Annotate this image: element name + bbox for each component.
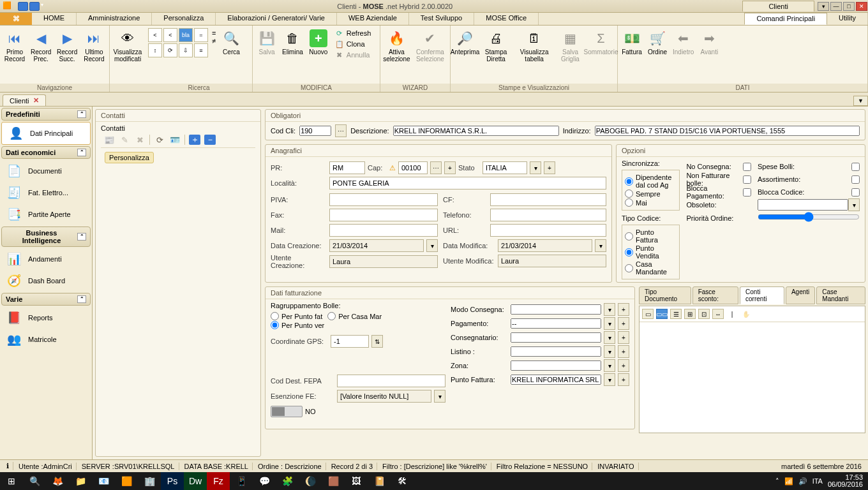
datacrea-input[interactable]: [329, 239, 424, 252]
acc-bi[interactable]: Business Intelligence⌃: [1, 226, 91, 247]
codcli-input[interactable]: [299, 126, 331, 136]
acc-dati-economici[interactable]: Dati economici⌃: [1, 146, 91, 159]
contatti-new-icon[interactable]: 📰: [103, 135, 115, 145]
rag-r1-radio[interactable]: [271, 312, 279, 320]
gps-spin[interactable]: ⇅: [371, 335, 383, 348]
sidebar-dati-principali[interactable]: 👤Dati Principali: [1, 122, 91, 145]
pagamento-input[interactable]: [511, 318, 601, 329]
datacrea-drop[interactable]: ▾: [426, 239, 438, 252]
minimize-alt-button[interactable]: ▾: [818, 2, 829, 11]
rag-r2-radio[interactable]: [327, 312, 336, 320]
pf-add[interactable]: +: [618, 373, 629, 386]
fax-input[interactable]: [329, 209, 438, 221]
contatti-del-icon[interactable]: ✖: [134, 135, 146, 145]
dw-icon[interactable]: Dw: [184, 472, 207, 490]
url-input[interactable]: [490, 224, 606, 237]
refresh-button[interactable]: ⟳Refresh: [333, 28, 374, 38]
app7-icon[interactable]: 📔: [368, 472, 391, 490]
piva-input[interactable]: [329, 193, 438, 206]
app5-icon[interactable]: 🟫: [322, 472, 345, 490]
sinc-sempre-radio[interactable]: [625, 189, 633, 198]
menu-amministrazione[interactable]: Amministrazione: [77, 13, 152, 25]
priorita-slider[interactable]: [758, 212, 860, 222]
listino-input[interactable]: [511, 346, 601, 357]
pr-input[interactable]: [329, 161, 365, 174]
app1-icon[interactable]: 🟧: [115, 472, 138, 490]
stato-drop[interactable]: ▾: [530, 161, 541, 174]
datamod-drop[interactable]: ▾: [595, 239, 606, 252]
datamod-input[interactable]: [498, 239, 592, 252]
localita-input[interactable]: [329, 177, 606, 189]
tray-net-icon[interactable]: 📶: [784, 477, 793, 486]
sinc-dipendente-radio[interactable]: [625, 177, 633, 186]
ultimo-record-button[interactable]: ⏭Ultimo Record: [80, 27, 108, 64]
maximize-button[interactable]: □: [843, 2, 855, 11]
close-button[interactable]: ✕: [856, 2, 867, 11]
cons-drop[interactable]: ▾: [604, 331, 615, 344]
attiva-selezione-button[interactable]: 🔥Attiva selezione: [382, 27, 412, 64]
pag-drop[interactable]: ▾: [604, 317, 615, 330]
tipo-casamandante-radio[interactable]: [625, 264, 633, 272]
firefox-icon[interactable]: 🦊: [46, 472, 69, 490]
tray-clock[interactable]: 17:5306/09/2016: [828, 474, 863, 488]
stampa-diretta-button[interactable]: 🖨Stampa Diretta: [478, 27, 514, 64]
zona-drop[interactable]: ▾: [604, 359, 615, 372]
app8-icon[interactable]: 🛠: [391, 472, 414, 490]
eclipse-icon[interactable]: 🌘: [299, 472, 322, 490]
stato-add[interactable]: +: [544, 161, 555, 174]
bloccod-check[interactable]: [851, 188, 860, 197]
contatti-personalizza[interactable]: Personalizza: [105, 152, 154, 163]
tipo-puntofattura-radio[interactable]: [625, 232, 633, 241]
app2-icon[interactable]: 🏢: [138, 472, 161, 490]
primo-record-button[interactable]: ⏮Primo Record: [1, 27, 28, 64]
assortimento-check[interactable]: [851, 175, 860, 184]
contatti-plus-icon[interactable]: ＋: [189, 135, 200, 145]
anteprima-button[interactable]: 🔎Anteprima: [452, 27, 478, 57]
pf-drop[interactable]: ▾: [604, 373, 615, 386]
contatti-card-icon[interactable]: 🪪: [169, 135, 181, 145]
subtab-fasce[interactable]: Fasce sconto:: [692, 286, 738, 304]
contatti-minus-icon[interactable]: －: [204, 135, 216, 145]
sidebar-matricole[interactable]: 👥Matricole: [0, 329, 92, 350]
descrizione-input[interactable]: [393, 126, 559, 136]
modoconsegna-input[interactable]: [511, 304, 601, 315]
cap-add[interactable]: +: [444, 161, 456, 174]
cap-input[interactable]: [398, 161, 428, 174]
menu-home[interactable]: HOME: [32, 13, 77, 25]
blocpag-check[interactable]: [743, 188, 751, 197]
modo-drop[interactable]: ▾: [604, 303, 615, 316]
sidebar-andamenti[interactable]: 📊Andamenti: [0, 248, 92, 270]
sidebar-documenti[interactable]: 📄Documenti: [0, 160, 92, 182]
rag-r3-radio[interactable]: [271, 321, 279, 329]
doc-tab-clienti[interactable]: Clienti✕: [3, 94, 46, 106]
spesebolli-check[interactable]: [851, 163, 860, 171]
view2-icon[interactable]: ▭▭: [656, 309, 668, 319]
cerca-button[interactable]: 🔍Cerca: [218, 27, 244, 57]
zona-input[interactable]: [511, 360, 601, 371]
sidebar-reports[interactable]: 📕Reports: [0, 307, 92, 329]
list-add[interactable]: +: [618, 345, 629, 358]
tipo-puntovendita-radio[interactable]: [625, 248, 633, 256]
titlebar-right-tab[interactable]: Clienti: [742, 1, 814, 11]
record-succ-button[interactable]: ▶Record Succ.: [54, 27, 80, 64]
sinc-mai-radio[interactable]: [625, 198, 633, 207]
list-drop[interactable]: ▾: [604, 345, 615, 358]
view1-icon[interactable]: ▭: [642, 309, 654, 319]
esfe-input[interactable]: [337, 390, 431, 403]
visualizza-modificati-button[interactable]: 👁Visualizza modificati: [111, 27, 144, 64]
cons-add[interactable]: +: [618, 331, 629, 344]
app4-icon[interactable]: 🧩: [276, 472, 299, 490]
menu-utility[interactable]: Utility: [827, 13, 868, 25]
view3-icon[interactable]: ☰: [670, 309, 682, 319]
titlebar-folder-icons[interactable]: ▾: [18, 2, 47, 11]
fz-icon[interactable]: Fz: [207, 472, 230, 490]
sidebar-dashboard[interactable]: 🧭Dash Board: [0, 270, 92, 292]
obsoleto-drop[interactable]: ▾: [848, 198, 860, 211]
cap-lookup[interactable]: ⋯: [430, 161, 442, 174]
view5-icon[interactable]: ⊡: [698, 309, 710, 319]
subtab-conti[interactable]: Conti correnti: [740, 286, 784, 304]
codfepa-input[interactable]: [337, 375, 445, 387]
skype-icon[interactable]: 💬: [253, 472, 276, 490]
mail-input[interactable]: [329, 224, 438, 237]
tray-lang[interactable]: ITA: [812, 477, 823, 485]
